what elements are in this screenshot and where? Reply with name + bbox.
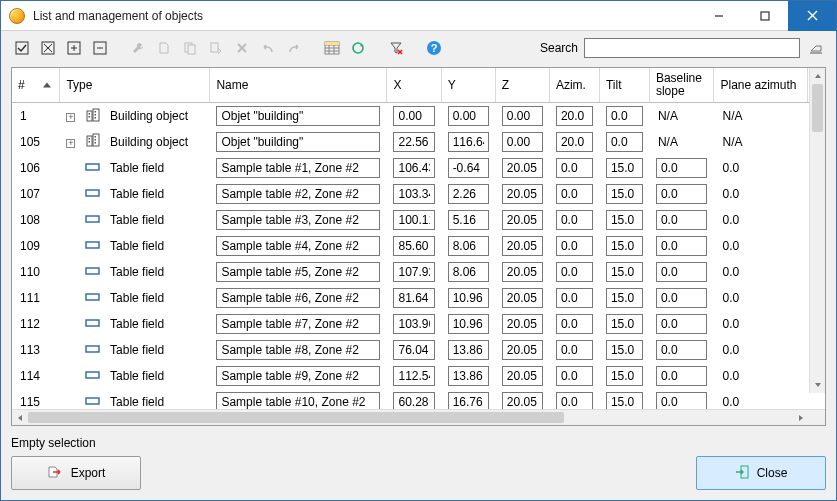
cell-y[interactable] <box>448 132 489 152</box>
col-baseline[interactable]: Baseline slope <box>649 68 714 103</box>
close-button[interactable]: Close <box>696 456 826 490</box>
cell-z[interactable] <box>502 392 543 409</box>
table-row[interactable]: 1+Building objectN/AN/A <box>12 103 825 129</box>
expand-all-icon[interactable] <box>63 37 85 59</box>
cell-z[interactable] <box>502 366 543 386</box>
cell-y[interactable] <box>448 236 489 256</box>
cell-baseline[interactable] <box>656 158 708 178</box>
cell-baseline[interactable] <box>656 288 708 308</box>
cell-azim[interactable] <box>556 158 593 178</box>
cell-azim[interactable] <box>556 262 593 282</box>
cell-name[interactable] <box>216 210 380 230</box>
col-name[interactable]: Name <box>210 68 387 103</box>
refresh-icon[interactable] <box>347 37 369 59</box>
cell-tilt[interactable] <box>606 132 643 152</box>
scroll-up-icon[interactable] <box>810 68 825 84</box>
cell-z[interactable] <box>502 288 543 308</box>
table-row[interactable]: 113Table field0.0 <box>12 337 825 363</box>
help-icon[interactable]: ? <box>423 37 445 59</box>
cell-x[interactable] <box>393 340 434 360</box>
cell-tilt[interactable] <box>606 106 643 126</box>
cell-z[interactable] <box>502 106 543 126</box>
cell-baseline[interactable] <box>656 340 708 360</box>
cell-y[interactable] <box>448 158 489 178</box>
col-y[interactable]: Y <box>441 68 495 103</box>
columns-icon[interactable] <box>321 37 343 59</box>
cell-x[interactable] <box>393 132 434 152</box>
cell-baseline[interactable] <box>656 236 708 256</box>
new-icon[interactable] <box>153 37 175 59</box>
cell-azim[interactable] <box>556 210 593 230</box>
vertical-scrollbar-thumb[interactable] <box>812 84 823 132</box>
cell-tilt[interactable] <box>606 288 643 308</box>
scroll-right-icon[interactable] <box>793 410 809 425</box>
cell-baseline[interactable] <box>656 366 708 386</box>
cell-tilt[interactable] <box>606 158 643 178</box>
cell-tilt[interactable] <box>606 262 643 282</box>
cell-name[interactable] <box>216 288 380 308</box>
delete-icon[interactable] <box>231 37 253 59</box>
cell-z[interactable] <box>502 236 543 256</box>
col-z[interactable]: Z <box>495 68 549 103</box>
cell-x[interactable] <box>393 314 434 334</box>
copy-icon[interactable] <box>179 37 201 59</box>
table-row[interactable]: 106Table field0.0 <box>12 155 825 181</box>
cell-x[interactable] <box>393 288 434 308</box>
paste-icon[interactable] <box>205 37 227 59</box>
close-window-button[interactable] <box>788 1 836 31</box>
search-input[interactable] <box>584 38 800 58</box>
col-azim[interactable]: Azim. <box>549 68 599 103</box>
cell-y[interactable] <box>448 366 489 386</box>
table-row[interactable]: 107Table field0.0 <box>12 181 825 207</box>
cell-name[interactable] <box>216 236 380 256</box>
cell-z[interactable] <box>502 210 543 230</box>
clear-search-icon[interactable] <box>806 38 826 58</box>
cell-name[interactable] <box>216 184 380 204</box>
cell-tilt[interactable] <box>606 392 643 409</box>
expand-icon[interactable]: + <box>66 113 75 122</box>
col-type[interactable]: Type <box>60 68 210 103</box>
cell-tilt[interactable] <box>606 366 643 386</box>
clear-filter-icon[interactable] <box>385 37 407 59</box>
cell-y[interactable] <box>448 314 489 334</box>
select-all-icon[interactable] <box>11 37 33 59</box>
cell-baseline[interactable] <box>656 262 708 282</box>
cell-name[interactable] <box>216 314 380 334</box>
cell-name[interactable] <box>216 158 380 178</box>
cell-y[interactable] <box>448 210 489 230</box>
cell-azim[interactable] <box>556 392 593 409</box>
cell-y[interactable] <box>448 392 489 409</box>
cell-tilt[interactable] <box>606 184 643 204</box>
cell-x[interactable] <box>393 106 434 126</box>
expand-icon[interactable]: + <box>66 139 75 148</box>
cell-azim[interactable] <box>556 288 593 308</box>
cell-z[interactable] <box>502 184 543 204</box>
cell-name[interactable] <box>216 392 380 409</box>
cell-azim[interactable] <box>556 132 593 152</box>
cell-x[interactable] <box>393 392 434 409</box>
cell-x[interactable] <box>393 236 434 256</box>
scroll-down-icon[interactable] <box>810 377 825 393</box>
cell-y[interactable] <box>448 288 489 308</box>
cell-tilt[interactable] <box>606 340 643 360</box>
cell-z[interactable] <box>502 262 543 282</box>
col-id[interactable]: # <box>12 68 60 103</box>
select-none-icon[interactable] <box>37 37 59 59</box>
cell-y[interactable] <box>448 340 489 360</box>
table-row[interactable]: 108Table field0.0 <box>12 207 825 233</box>
cell-x[interactable] <box>393 184 434 204</box>
table-row[interactable]: 115Table field0.0 <box>12 389 825 409</box>
cell-baseline[interactable] <box>656 392 708 409</box>
table-row[interactable]: 112Table field0.0 <box>12 311 825 337</box>
cell-azim[interactable] <box>556 340 593 360</box>
cell-y[interactable] <box>448 184 489 204</box>
maximize-button[interactable] <box>742 1 788 31</box>
cell-azim[interactable] <box>556 314 593 334</box>
redo-icon[interactable] <box>283 37 305 59</box>
cell-name[interactable] <box>216 262 380 282</box>
cell-tilt[interactable] <box>606 236 643 256</box>
cell-name[interactable] <box>216 366 380 386</box>
cell-z[interactable] <box>502 314 543 334</box>
minimize-button[interactable] <box>696 1 742 31</box>
cell-x[interactable] <box>393 366 434 386</box>
